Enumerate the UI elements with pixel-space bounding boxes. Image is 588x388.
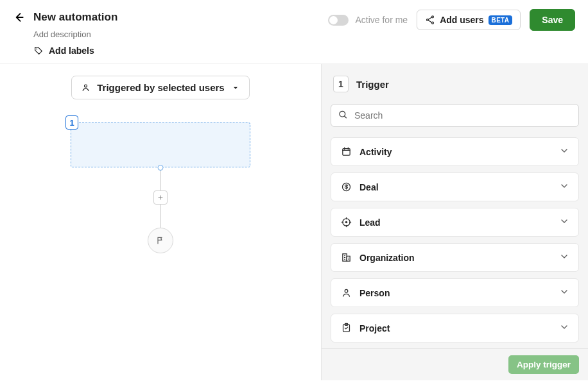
add-users-button[interactable]: Add users BETA (417, 10, 521, 30)
sidebar-footer: Apply trigger (322, 348, 588, 380)
sidebar-title: Trigger (356, 79, 389, 90)
tag-icon (33, 46, 44, 56)
chevron-down-icon (559, 146, 569, 158)
search-input[interactable] (331, 104, 579, 127)
step-number-badge: 1 (333, 76, 349, 92)
search-icon (338, 110, 348, 122)
connector-line (160, 205, 161, 228)
triggered-by-label: Triggered by selected users (97, 82, 224, 93)
share-icon (425, 15, 435, 25)
chevron-down-icon (559, 181, 569, 193)
category-label: Lead (359, 217, 381, 228)
end-node[interactable] (148, 228, 173, 253)
chevron-down-icon (559, 322, 569, 334)
connector-dot (158, 165, 164, 171)
category-person[interactable]: Person (331, 278, 579, 307)
add-step-button[interactable] (153, 190, 168, 205)
category-organization[interactable]: Organization (331, 243, 579, 272)
add-description-link[interactable]: Add description (33, 30, 117, 39)
node-step-badge: 1 (65, 115, 78, 130)
automation-canvas: Triggered by selected users 1 (0, 64, 321, 380)
plus-icon (157, 194, 164, 201)
category-label: Organization (359, 253, 415, 263)
trigger-sidebar: 1 Trigger ActivityDealLeadOrganizationPe… (321, 64, 588, 380)
page-title[interactable]: New automation (33, 11, 117, 24)
add-users-label: Add users (440, 15, 483, 25)
category-label: Project (359, 323, 390, 333)
back-button[interactable] (10, 9, 27, 26)
arrow-left-icon (12, 11, 25, 24)
beta-badge: BETA (489, 15, 513, 25)
person-icon (81, 83, 91, 92)
trigger-category-list: ActivityDealLeadOrganizationPersonProjec… (331, 137, 579, 342)
target-icon (340, 217, 352, 228)
flag-icon (155, 235, 166, 246)
add-labels-link[interactable]: Add labels (33, 46, 117, 56)
apply-trigger-button[interactable]: Apply trigger (508, 355, 579, 374)
connector-line (160, 170, 161, 190)
header-bar: New automation Add description Add label… (0, 0, 588, 64)
category-label: Deal (359, 182, 379, 192)
calendar-icon (340, 146, 352, 158)
category-deal[interactable]: Deal (331, 173, 579, 201)
active-toggle[interactable] (328, 15, 349, 26)
trigger-node[interactable]: 1 (71, 122, 250, 167)
project-icon (340, 323, 352, 334)
category-label: Activity (359, 147, 392, 157)
add-labels-text: Add labels (49, 46, 94, 56)
org-icon (340, 252, 352, 264)
category-project[interactable]: Project (331, 314, 579, 342)
chevron-down-icon (559, 216, 569, 228)
triggered-by-dropdown[interactable]: Triggered by selected users (71, 76, 249, 99)
dollar-icon (340, 181, 352, 193)
category-activity[interactable]: Activity (331, 137, 579, 166)
save-button[interactable]: Save (530, 9, 575, 31)
active-toggle-label: Active for me (355, 15, 408, 25)
trigger-drop-area[interactable] (71, 122, 250, 167)
chevron-down-icon (559, 287, 569, 299)
category-label: Person (359, 288, 390, 298)
category-lead[interactable]: Lead (331, 208, 579, 237)
caret-down-icon (231, 83, 240, 92)
chevron-down-icon (559, 251, 569, 264)
toggle-knob (329, 16, 338, 24)
person-icon (340, 287, 352, 299)
